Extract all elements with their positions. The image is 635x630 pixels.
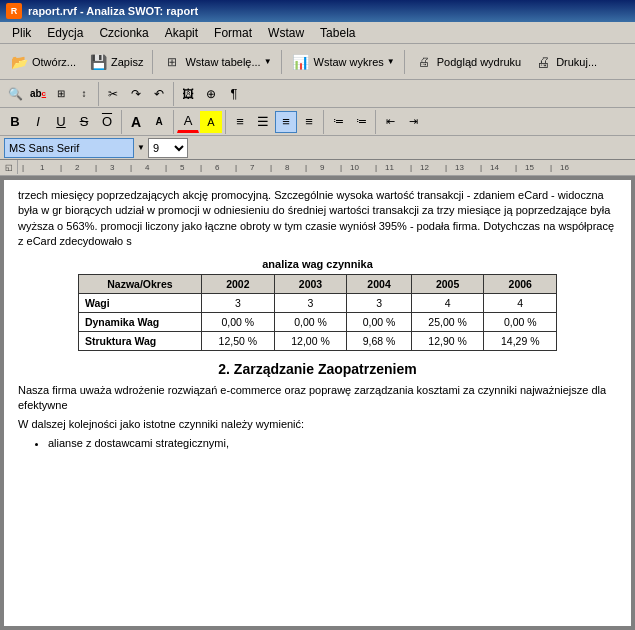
preview-icon: 🖨 [414, 52, 434, 72]
table-row: Dynamika Wag0,00 %0,00 %0,00 %25,00 %0,0… [78, 312, 556, 331]
paragraph1: trzech miesięcy poprzedzających akcję pr… [18, 188, 617, 250]
col-header-0: Nazwa/Okres [78, 274, 201, 293]
align-right-btn[interactable]: ≡ [275, 111, 297, 133]
overline-btn[interactable]: O [96, 111, 118, 133]
highlight-btn[interactable]: A [200, 111, 222, 133]
preview-label: Podgląd wydruku [437, 56, 521, 68]
app-icon: R [6, 3, 22, 19]
image-btn[interactable]: 🖼 [177, 83, 199, 105]
justify-btn[interactable]: ≡ [298, 111, 320, 133]
insert-chart-button[interactable]: 📊 Wstaw wykres ▼ [286, 48, 400, 76]
sep-t3-5 [375, 110, 376, 134]
underline-btn[interactable]: U [50, 111, 72, 133]
insert-chart-label: Wstaw wykres [314, 56, 384, 68]
bullet-list: alianse z dostawcami strategicznymi, [48, 437, 617, 449]
menu-insert[interactable]: Wstaw [260, 24, 312, 42]
toolbar1: 📂 Otwórz... 💾 Zapisz ⊞ Wstaw tabelę... ▼… [0, 44, 635, 80]
table-row: Struktura Wag12,50 %12,00 %9,68 %12,90 %… [78, 331, 556, 350]
align-left-btn[interactable]: ≡ [229, 111, 251, 133]
table-row: Wagi33344 [78, 293, 556, 312]
chart-dropdown-icon: ▼ [387, 57, 395, 66]
data-table: Nazwa/Okres 2002 2003 2004 2005 2006 Wag… [78, 274, 557, 351]
resize-btn[interactable]: ↕ [73, 83, 95, 105]
separator2 [281, 50, 282, 74]
font-bigger-btn[interactable]: A [125, 111, 147, 133]
menu-edit[interactable]: Edycja [39, 24, 91, 42]
sep-t2-1 [98, 82, 99, 106]
font-smaller-btn[interactable]: A [148, 111, 170, 133]
cell-0-4: 4 [411, 293, 484, 312]
col-header-2: 2003 [274, 274, 347, 293]
save-button[interactable]: 💾 Zapisz [83, 48, 148, 76]
menu-table[interactable]: Tabela [312, 24, 363, 42]
print-button[interactable]: 🖨 Drukuj... [528, 48, 602, 76]
italic-btn[interactable]: I [27, 111, 49, 133]
bullet-list-btn[interactable]: ≔ [327, 111, 349, 133]
ruler-corner: ◱ [5, 163, 13, 172]
cell-2-1: 12,50 % [202, 331, 275, 350]
dropdown-arrow-icon: ▼ [264, 57, 272, 66]
cell-2-4: 12,90 % [411, 331, 484, 350]
redo-btn[interactable]: ↷ [125, 83, 147, 105]
paragraph3: W dalszej kolejności jako istotne czynni… [18, 417, 617, 432]
symbol-btn[interactable]: ⊕ [200, 83, 222, 105]
table-icon: ⊞ [162, 52, 182, 72]
numbered-list-btn[interactable]: ≔ [350, 111, 372, 133]
cut-btn[interactable]: ✂ [102, 83, 124, 105]
table-insert-btn[interactable]: ⊞ [50, 83, 72, 105]
cell-1-1: 0,00 % [202, 312, 275, 331]
indent-more-btn[interactable]: ⇥ [402, 111, 424, 133]
menu-paragraph[interactable]: Akapit [157, 24, 206, 42]
print-label: Drukuj... [556, 56, 597, 68]
paragraph2: Nasza firma uważa wdrożenie rozwiązań e-… [18, 383, 617, 414]
table-title: analiza wag czynnika [78, 258, 557, 270]
align-center-btn[interactable]: ☰ [252, 111, 274, 133]
col-header-4: 2005 [411, 274, 484, 293]
open-button[interactable]: 📂 Otwórz... [4, 48, 81, 76]
sep-t3-2 [173, 110, 174, 134]
strikethrough-btn[interactable]: S [73, 111, 95, 133]
cell-0-5: 4 [484, 293, 557, 312]
cell-0-2: 3 [274, 293, 347, 312]
table-body: Wagi33344Dynamika Wag0,00 %0,00 %0,00 %2… [78, 293, 556, 350]
section-heading: 2. Zarządzanie Zaopatrzeniem [18, 361, 617, 377]
insert-table-button[interactable]: ⊞ Wstaw tabelę... ▼ [157, 48, 276, 76]
title-bar: R raport.rvf - Analiza SWOT: raport [0, 0, 635, 22]
cell-2-0: Struktura Wag [78, 331, 201, 350]
sep-t2-2 [173, 82, 174, 106]
menu-bar: Plik Edycja Czcionka Akapit Format Wstaw… [0, 22, 635, 44]
toolbar3: B I U S O A A A A ≡ ☰ ≡ ≡ ≔ ≔ ⇤ ⇥ [0, 108, 635, 136]
cell-0-3: 3 [347, 293, 411, 312]
sep-t3-1 [121, 110, 122, 134]
menu-font[interactable]: Czcionka [91, 24, 156, 42]
font-name-display[interactable]: MS Sans Serif [4, 138, 134, 158]
save-label: Zapisz [111, 56, 143, 68]
separator3 [404, 50, 405, 74]
font-color-btn[interactable]: A [177, 111, 199, 133]
menu-format[interactable]: Format [206, 24, 260, 42]
document-area: trzech miesięcy poprzedzających akcję pr… [0, 176, 635, 630]
window-title: raport.rvf - Analiza SWOT: raport [28, 5, 198, 17]
save-icon: 💾 [88, 52, 108, 72]
separator1 [152, 50, 153, 74]
cell-0-0: Wagi [78, 293, 201, 312]
cell-2-2: 12,00 % [274, 331, 347, 350]
open-label: Otwórz... [32, 56, 76, 68]
bold-btn[interactable]: B [4, 111, 26, 133]
bullet-item-1: alianse z dostawcami strategicznymi, [48, 437, 617, 449]
menu-file[interactable]: Plik [4, 24, 39, 42]
search-btn[interactable]: 🔍 [4, 83, 26, 105]
col-header-1: 2002 [202, 274, 275, 293]
font-size-select[interactable]: 9 [148, 138, 188, 158]
folder-icon: 📂 [9, 52, 29, 72]
spellcheck-btn[interactable]: abc [27, 83, 49, 105]
pilcrow-btn[interactable]: ¶ [223, 83, 245, 105]
preview-button[interactable]: 🖨 Podgląd wydruku [409, 48, 526, 76]
indent-less-btn[interactable]: ⇤ [379, 111, 401, 133]
cell-1-0: Dynamika Wag [78, 312, 201, 331]
page: trzech miesięcy poprzedzających akcję pr… [4, 180, 631, 626]
cell-2-5: 14,29 % [484, 331, 557, 350]
undo-btn[interactable]: ↶ [148, 83, 170, 105]
cell-1-4: 25,00 % [411, 312, 484, 331]
table-header-row: Nazwa/Okres 2002 2003 2004 2005 2006 [78, 274, 556, 293]
